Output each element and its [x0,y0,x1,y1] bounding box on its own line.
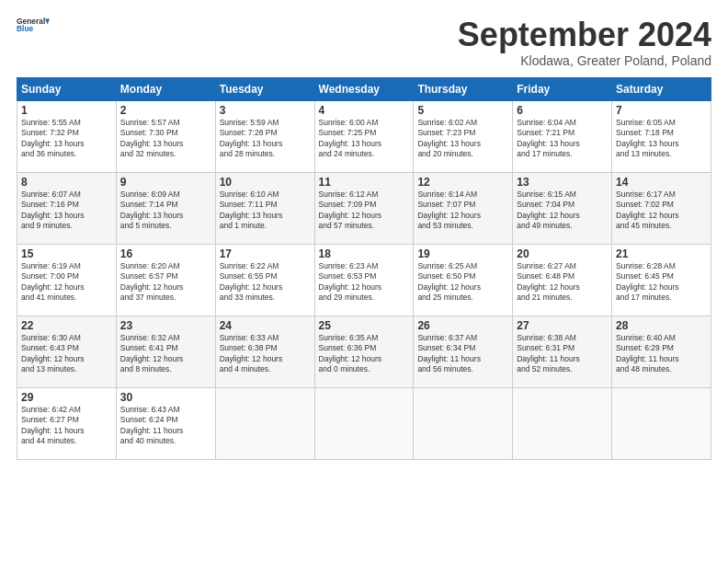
calendar-cell: 30Sunrise: 6:43 AM Sunset: 6:24 PM Dayli… [116,387,215,459]
day-detail: Sunrise: 6:30 AM Sunset: 6:43 PM Dayligh… [21,333,112,375]
calendar-cell [414,387,513,459]
calendar-cell [513,387,612,459]
calendar-cell: 8Sunrise: 6:07 AM Sunset: 7:16 PM Daylig… [17,172,117,244]
day-number: 5 [417,104,508,117]
day-number: 3 [220,104,311,117]
day-detail: Sunrise: 6:38 AM Sunset: 6:31 PM Dayligh… [517,333,608,375]
day-number: 11 [319,176,410,189]
calendar-cell: 14Sunrise: 6:17 AM Sunset: 7:02 PM Dayli… [612,172,711,244]
column-header-tuesday: Tuesday [215,77,314,100]
calendar-title: September 2024 [458,17,711,53]
day-number: 28 [616,319,707,332]
calendar-cell: 18Sunrise: 6:23 AM Sunset: 6:53 PM Dayli… [314,244,414,316]
calendar-cell: 10Sunrise: 6:10 AM Sunset: 7:11 PM Dayli… [215,172,314,244]
svg-marker-2 [45,18,50,24]
week-row-5: 29Sunrise: 6:42 AM Sunset: 6:27 PM Dayli… [17,387,711,459]
day-number: 1 [21,104,112,117]
calendar-cell: 17Sunrise: 6:22 AM Sunset: 6:55 PM Dayli… [215,244,314,316]
calendar-cell: 15Sunrise: 6:19 AM Sunset: 7:00 PM Dayli… [17,244,117,316]
calendar-cell [612,387,711,459]
calendar-cell: 1Sunrise: 5:55 AM Sunset: 7:32 PM Daylig… [17,100,117,172]
day-number: 4 [319,104,410,117]
day-number: 25 [319,319,410,332]
day-number: 27 [517,319,608,332]
day-number: 22 [21,319,112,332]
calendar-cell: 6Sunrise: 6:04 AM Sunset: 7:21 PM Daylig… [513,100,612,172]
week-row-3: 15Sunrise: 6:19 AM Sunset: 7:00 PM Dayli… [17,244,711,316]
calendar-cell: 7Sunrise: 6:05 AM Sunset: 7:18 PM Daylig… [612,100,711,172]
page: General Blue September 2024 Klodawa, Gre… [0,0,728,563]
column-header-thursday: Thursday [414,77,513,100]
day-number: 19 [417,247,508,260]
calendar-header-row: SundayMondayTuesdayWednesdayThursdayFrid… [17,77,711,100]
calendar-cell: 9Sunrise: 6:09 AM Sunset: 7:14 PM Daylig… [116,172,215,244]
day-number: 14 [616,176,707,189]
day-number: 24 [220,319,311,332]
day-detail: Sunrise: 5:55 AM Sunset: 7:32 PM Dayligh… [21,118,112,160]
day-detail: Sunrise: 6:14 AM Sunset: 7:07 PM Dayligh… [417,190,508,232]
day-detail: Sunrise: 6:09 AM Sunset: 7:14 PM Dayligh… [120,190,211,232]
day-number: 10 [220,176,311,189]
calendar-cell: 4Sunrise: 6:00 AM Sunset: 7:25 PM Daylig… [314,100,414,172]
day-number: 15 [21,247,112,260]
day-detail: Sunrise: 6:20 AM Sunset: 6:57 PM Dayligh… [120,261,211,304]
calendar-cell: 13Sunrise: 6:15 AM Sunset: 7:04 PM Dayli… [513,172,612,244]
day-number: 2 [120,104,211,117]
day-detail: Sunrise: 6:32 AM Sunset: 6:41 PM Dayligh… [120,333,211,375]
day-detail: Sunrise: 6:22 AM Sunset: 6:55 PM Dayligh… [220,261,311,304]
day-number: 20 [517,247,608,260]
week-row-1: 1Sunrise: 5:55 AM Sunset: 7:32 PM Daylig… [17,100,711,172]
calendar-cell: 12Sunrise: 6:14 AM Sunset: 7:07 PM Dayli… [414,172,513,244]
day-number: 6 [517,104,608,117]
day-number: 8 [21,176,112,189]
day-detail: Sunrise: 6:17 AM Sunset: 7:02 PM Dayligh… [616,190,707,232]
calendar-cell: 27Sunrise: 6:38 AM Sunset: 6:31 PM Dayli… [513,316,612,387]
day-detail: Sunrise: 6:07 AM Sunset: 7:16 PM Dayligh… [21,190,112,232]
logo: General Blue [17,17,50,35]
calendar-cell: 29Sunrise: 6:42 AM Sunset: 6:27 PM Dayli… [17,387,117,459]
calendar-cell: 28Sunrise: 6:40 AM Sunset: 6:29 PM Dayli… [612,316,711,387]
day-detail: Sunrise: 6:43 AM Sunset: 6:24 PM Dayligh… [120,405,211,447]
calendar-body: 1Sunrise: 5:55 AM Sunset: 7:32 PM Daylig… [17,100,711,459]
calendar-cell: 3Sunrise: 5:59 AM Sunset: 7:28 PM Daylig… [215,100,314,172]
day-detail: Sunrise: 6:40 AM Sunset: 6:29 PM Dayligh… [616,333,707,375]
column-header-wednesday: Wednesday [314,77,414,100]
header: General Blue September 2024 Klodawa, Gre… [17,17,711,68]
day-detail: Sunrise: 6:02 AM Sunset: 7:23 PM Dayligh… [417,118,508,160]
day-detail: Sunrise: 6:04 AM Sunset: 7:21 PM Dayligh… [517,118,608,160]
calendar-cell: 20Sunrise: 6:27 AM Sunset: 6:48 PM Dayli… [513,244,612,316]
calendar-cell: 22Sunrise: 6:30 AM Sunset: 6:43 PM Dayli… [17,316,117,387]
day-detail: Sunrise: 6:23 AM Sunset: 6:53 PM Dayligh… [319,261,410,304]
column-header-sunday: Sunday [17,77,117,100]
day-detail: Sunrise: 6:35 AM Sunset: 6:36 PM Dayligh… [319,333,410,375]
day-detail: Sunrise: 5:59 AM Sunset: 7:28 PM Dayligh… [220,118,311,160]
day-number: 23 [120,319,211,332]
calendar-cell [314,387,414,459]
calendar-cell: 24Sunrise: 6:33 AM Sunset: 6:38 PM Dayli… [215,316,314,387]
day-number: 17 [220,247,311,260]
calendar-cell: 5Sunrise: 6:02 AM Sunset: 7:23 PM Daylig… [414,100,513,172]
day-detail: Sunrise: 6:37 AM Sunset: 6:34 PM Dayligh… [417,333,508,375]
calendar-cell: 26Sunrise: 6:37 AM Sunset: 6:34 PM Dayli… [414,316,513,387]
day-detail: Sunrise: 5:57 AM Sunset: 7:30 PM Dayligh… [120,118,211,160]
column-header-monday: Monday [116,77,215,100]
day-detail: Sunrise: 6:42 AM Sunset: 6:27 PM Dayligh… [21,405,112,447]
day-number: 26 [417,319,508,332]
day-number: 12 [417,176,508,189]
day-number: 21 [616,247,707,260]
day-number: 18 [319,247,410,260]
title-section: September 2024 Klodawa, Greater Poland, … [458,17,711,68]
logo-icon: General Blue [17,17,50,33]
day-detail: Sunrise: 6:15 AM Sunset: 7:04 PM Dayligh… [517,190,608,232]
day-number: 9 [120,176,211,189]
day-detail: Sunrise: 6:28 AM Sunset: 6:45 PM Dayligh… [616,261,707,304]
svg-text:Blue: Blue [17,24,34,33]
day-detail: Sunrise: 6:27 AM Sunset: 6:48 PM Dayligh… [517,261,608,304]
calendar-cell: 21Sunrise: 6:28 AM Sunset: 6:45 PM Dayli… [612,244,711,316]
week-row-4: 22Sunrise: 6:30 AM Sunset: 6:43 PM Dayli… [17,316,711,387]
day-detail: Sunrise: 6:10 AM Sunset: 7:11 PM Dayligh… [220,190,311,232]
calendar-cell [215,387,314,459]
day-number: 30 [120,391,211,404]
week-row-2: 8Sunrise: 6:07 AM Sunset: 7:16 PM Daylig… [17,172,711,244]
column-header-friday: Friday [513,77,612,100]
